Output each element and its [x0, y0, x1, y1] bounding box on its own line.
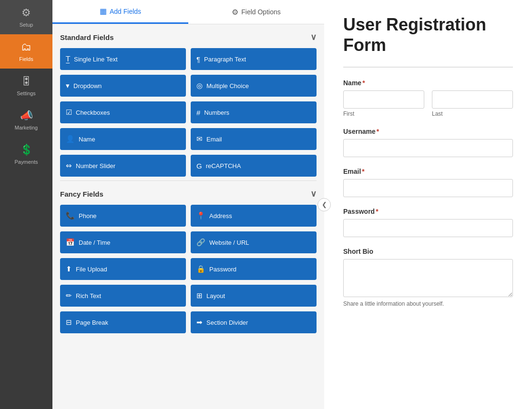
collapse-panel-button[interactable]: ❮ [317, 198, 331, 211]
btn-rich-text-label: Rich Text [76, 292, 101, 299]
password-icon: 🔒 [196, 265, 205, 273]
btn-numbers-label: Numbers [204, 109, 229, 116]
tab-field-options[interactable]: ⚙ Field Options [188, 0, 324, 24]
standard-fields-label: Standard Fields [60, 33, 114, 41]
btn-email-label: Email [206, 136, 222, 143]
btn-numbers[interactable]: # Numbers [191, 101, 317, 123]
btn-page-break-label: Page Break [76, 319, 108, 326]
fancy-fields-label: Fancy Fields [60, 190, 103, 198]
form-label-username: Username* [343, 128, 513, 135]
form-field-username: Username* [343, 128, 513, 157]
btn-multiple-choice[interactable]: ◎ Multiple Choice [191, 75, 317, 97]
setup-icon: ⚙ [21, 7, 31, 19]
btn-website-url-label: Website / URL [209, 239, 249, 246]
numbers-icon: # [196, 109, 200, 117]
btn-rich-text[interactable]: ✏ Rich Text [60, 285, 186, 307]
tab-add-fields[interactable]: ▦ Add Fields [52, 0, 188, 24]
btn-multiple-choice-label: Multiple Choice [206, 82, 249, 90]
btn-password-label: Password [209, 266, 236, 273]
email-input[interactable] [343, 179, 513, 197]
sidebar-item-fields[interactable]: 🗂 Fields [0, 34, 52, 69]
standard-fields-chevron: ∨ [310, 32, 317, 42]
marketing-icon: 📣 [20, 110, 33, 122]
required-star-email: * [362, 168, 364, 175]
btn-phone[interactable]: 📞 Phone [60, 205, 186, 227]
name-row: First Last [343, 90, 513, 117]
btn-single-line-text[interactable]: T̲ Single Line Text [60, 48, 186, 70]
btn-page-break[interactable]: ⊟ Page Break [60, 311, 186, 333]
form-label-password: Password* [343, 208, 513, 215]
btn-address-label: Address [209, 212, 232, 219]
single-line-text-icon: T̲ [66, 55, 70, 63]
btn-paragraph-text[interactable]: ¶ Paragraph Text [191, 48, 317, 70]
fancy-fields-chevron: ∨ [310, 189, 317, 199]
fields-icon: 🗂 [21, 41, 31, 53]
standard-fields-grid: T̲ Single Line Text ¶ Paragraph Text ▾ D… [60, 48, 317, 177]
sidebar-item-marketing[interactable]: 📣 Marketing [0, 103, 52, 137]
name-first-input[interactable] [343, 90, 424, 109]
sidebar-item-setup[interactable]: ⚙ Setup [0, 0, 52, 34]
name-last-sublabel: Last [432, 110, 513, 117]
form-field-password: Password* [343, 208, 513, 237]
sidebar-label-marketing: Marketing [15, 125, 38, 130]
field-options-tab-icon: ⚙ [232, 8, 238, 17]
sidebar-label-settings: Settings [17, 90, 36, 96]
form-label-name: Name* [343, 79, 513, 87]
payments-icon: 💲 [20, 144, 33, 156]
form-field-short-bio: Short Bio Share a little information abo… [343, 248, 513, 308]
btn-checkboxes[interactable]: ☑ Checkboxes [60, 101, 186, 123]
required-star-username: * [377, 128, 379, 135]
btn-checkboxes-label: Checkboxes [76, 109, 110, 116]
btn-section-divider[interactable]: ➡ Section Divider [191, 311, 317, 333]
standard-fields-section-header[interactable]: Standard Fields ∨ [60, 24, 317, 48]
fancy-fields-grid: 📞 Phone 📍 Address 📅 Date / Time 🔗 Websit… [60, 205, 317, 333]
fields-panel: Standard Fields ∨ T̲ Single Line Text ¶ … [52, 24, 324, 409]
btn-dropdown[interactable]: ▾ Dropdown [60, 75, 186, 97]
btn-single-line-text-label: Single Line Text [74, 56, 118, 63]
form-label-short-bio: Short Bio [343, 248, 513, 255]
sidebar-item-settings[interactable]: 🎛 Settings [0, 69, 52, 103]
fancy-fields-section-header[interactable]: Fancy Fields ∨ [60, 181, 317, 205]
address-icon: 📍 [196, 211, 205, 220]
checkboxes-icon: ☑ [66, 108, 72, 117]
page-break-icon: ⊟ [66, 318, 72, 327]
tab-bar: ▦ Add Fields ⚙ Field Options [52, 0, 324, 24]
btn-date-time[interactable]: 📅 Date / Time [60, 231, 186, 253]
middle-panel: ▦ Add Fields ⚙ Field Options Standard Fi… [52, 0, 324, 409]
required-star-name: * [362, 79, 365, 87]
form-field-email: Email* [343, 168, 513, 197]
rich-text-icon: ✏ [66, 291, 72, 300]
form-preview: User Registration Form Name* First Last … [324, 0, 532, 409]
recaptcha-icon: G [196, 162, 202, 170]
form-label-email: Email* [343, 168, 513, 175]
paragraph-text-icon: ¶ [196, 55, 200, 63]
btn-date-time-label: Date / Time [79, 239, 110, 246]
dropdown-icon: ▾ [66, 81, 70, 90]
add-fields-tab-icon: ▦ [100, 7, 107, 16]
name-last-input[interactable] [432, 90, 513, 109]
sidebar-item-payments[interactable]: 💲 Payments [0, 137, 52, 171]
form-title-divider [343, 67, 513, 68]
btn-dropdown-label: Dropdown [73, 82, 102, 90]
btn-name[interactable]: 👤 Name [60, 128, 186, 150]
tab-add-fields-label: Add Fields [110, 8, 141, 15]
btn-website-url[interactable]: 🔗 Website / URL [191, 231, 317, 253]
btn-recaptcha[interactable]: G reCAPTCHA [191, 155, 317, 177]
number-slider-icon: ⇔ [66, 161, 72, 170]
username-input[interactable] [343, 139, 513, 157]
btn-number-slider-label: Number Slider [76, 162, 115, 170]
btn-email[interactable]: ✉ Email [191, 128, 317, 150]
required-star-password: * [376, 208, 378, 215]
btn-password[interactable]: 🔒 Password [191, 258, 317, 280]
btn-file-upload[interactable]: ⬆ File Upload [60, 258, 186, 280]
btn-number-slider[interactable]: ⇔ Number Slider [60, 155, 186, 177]
btn-layout[interactable]: ⊞ Layout [191, 285, 317, 307]
short-bio-helper-text: Share a little information about yoursel… [343, 300, 444, 307]
btn-paragraph-text-label: Paragraph Text [204, 56, 246, 63]
password-input[interactable] [343, 219, 513, 237]
name-icon: 👤 [66, 135, 75, 143]
btn-address[interactable]: 📍 Address [191, 205, 317, 227]
short-bio-textarea[interactable] [343, 259, 513, 297]
multiple-choice-icon: ◎ [196, 81, 203, 90]
form-field-name: Name* First Last [343, 79, 513, 117]
